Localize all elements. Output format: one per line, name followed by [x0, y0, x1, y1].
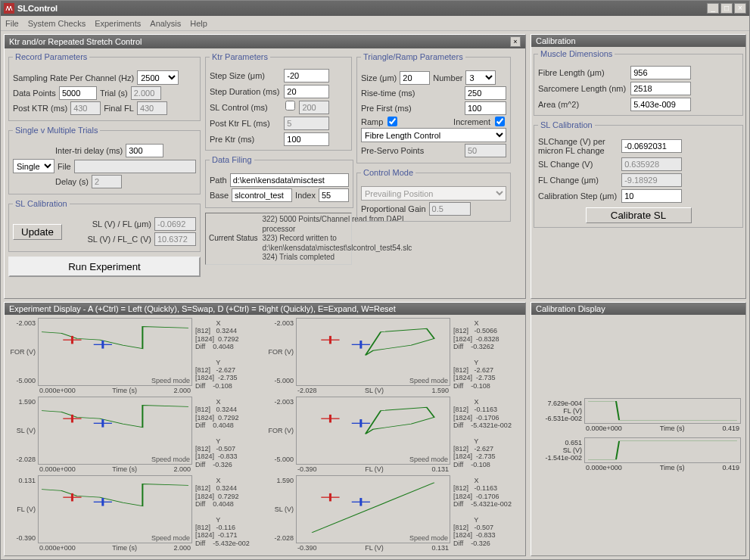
- experiment-display-header[interactable]: Experiment Display - A (+Ctrl) = Left (Q…: [5, 303, 525, 315]
- menubar: File System Checks Experiments Analysis …: [1, 16, 749, 31]
- step-duration[interactable]: [284, 85, 329, 98]
- control-mode-select: Prevailing Position: [361, 186, 506, 201]
- ktr-panel-header[interactable]: Ktr and/or Repeated Stretch Control ×: [5, 35, 525, 48]
- plot-cell[interactable]: -2.003FOR (V)-5.000 Speed mode 0.000e+00…: [8, 318, 264, 395]
- single-multiple-group: Single v Multiple Trials Inter-tri delay…: [8, 126, 201, 194]
- update-button[interactable]: Update: [13, 224, 62, 240]
- tri-size[interactable]: [400, 71, 430, 85]
- plot-cell[interactable]: -2.003FOR (V)-5.000 Speed mode -0.390FL …: [266, 397, 522, 474]
- fibre-length[interactable]: [630, 66, 691, 79]
- data-points-input[interactable]: [59, 86, 97, 100]
- plot-cell[interactable]: 1.590SL (V)-2.028 Speed mode -0.390FL (V…: [266, 475, 522, 552]
- svg-rect-0: [4, 3, 14, 14]
- ktr-control-panel: Ktr and/or Repeated Stretch Control × Re…: [4, 34, 526, 299]
- calibration-title: Calibration: [536, 36, 576, 45]
- base-input[interactable]: [232, 188, 292, 202]
- data-filing-group: Data Filing Path Base Index: [205, 155, 353, 208]
- calibration-display-title: Calibration Display: [536, 304, 605, 313]
- calibration-plots: 7.629e-004FL (V)-6.531e-002 0.000e+000Ti…: [531, 315, 745, 555]
- experiment-display-panel: Experiment Display - A (+Ctrl) = Left (Q…: [4, 302, 526, 556]
- sl-control-check[interactable]: [285, 101, 295, 110]
- rise-time[interactable]: [465, 86, 506, 100]
- calibration-panel: Calibration Muscle Dimensions Fibre Leng…: [531, 34, 746, 299]
- sl-calibration-group: SL Calibration SLChange (V) per micron F…: [534, 120, 743, 228]
- panel-close-icon[interactable]: ×: [510, 36, 521, 47]
- app-icon: [4, 3, 14, 14]
- file-input: [74, 160, 196, 173]
- control-mode-group: Control Mode Prevailing Position Proport…: [356, 168, 511, 222]
- calibration-header[interactable]: Calibration: [531, 35, 745, 47]
- index-input[interactable]: [319, 188, 349, 202]
- delay-input: [92, 175, 122, 188]
- slchange-per-micron[interactable]: [621, 139, 682, 153]
- area[interactable]: [630, 98, 691, 111]
- final-fl: [137, 101, 167, 115]
- experiment-display-title: Experiment Display - A (+Ctrl) = Left (Q…: [9, 304, 396, 313]
- pre-ktr[interactable]: [284, 132, 329, 146]
- increment-check[interactable]: [495, 117, 505, 126]
- ramp-check[interactable]: [387, 117, 397, 126]
- calibration-display-panel: Calibration Display 7.629e-004FL (V)-6.5…: [531, 302, 746, 556]
- plot-cell[interactable]: 1.590SL (V)-2.028 Speed mode 0.000e+000T…: [8, 397, 264, 474]
- calibrate-sl-button[interactable]: Calibrate SL: [586, 207, 692, 223]
- sl-calibration-small-group: SL Calibration Update SL (V) / FL (μm) S…: [8, 199, 201, 252]
- calib-plot[interactable]: 7.629e-004FL (V)-6.531e-002 0.000e+000Ti…: [536, 398, 741, 433]
- inter-trial-delay[interactable]: [126, 144, 163, 157]
- plot-cell[interactable]: 0.131FL (V)-0.390 Speed mode 0.000e+000T…: [8, 475, 264, 552]
- muscle-dimensions-group: Muscle Dimensions Fibre Length (μm) Sarc…: [534, 49, 743, 116]
- ktr-parameters-group: Ktr Parameters Step Size (μm) Step Durat…: [205, 52, 352, 151]
- maximize-button[interactable]: □: [720, 3, 733, 14]
- current-status-label: Current Status: [209, 234, 257, 244]
- sl-fl-ratio: [154, 217, 196, 231]
- plot-cell[interactable]: -2.003FOR (V)-5.000 Speed mode -2.028SL …: [266, 318, 522, 395]
- menu-system-checks[interactable]: System Checks: [28, 19, 86, 28]
- trial-seconds: [131, 86, 161, 100]
- triangle-ramp-group: Triangle/Ramp Parameters Size (μm) Numbe…: [356, 52, 511, 163]
- sl-change-v: [621, 157, 682, 171]
- calibration-display-header[interactable]: Calibration Display: [531, 303, 745, 315]
- plot-grid: -2.003FOR (V)-5.000 Speed mode 0.000e+00…: [5, 315, 525, 555]
- close-button[interactable]: ×: [734, 3, 746, 14]
- pre-servo-points: [465, 144, 506, 157]
- sl-flc-ratio: [154, 232, 196, 246]
- app-title: SLControl: [17, 4, 705, 13]
- app-window: SLControl _ □ × File System Checks Exper…: [0, 0, 750, 560]
- minimize-button[interactable]: _: [707, 3, 719, 14]
- calib-plot[interactable]: 0.651SL (V)-1.541e-002 0.000e+000Time (s…: [536, 437, 741, 472]
- calibration-step[interactable]: [621, 189, 682, 203]
- menu-experiments[interactable]: Experiments: [95, 19, 141, 28]
- proportional-gain: [429, 202, 471, 216]
- sarcomere-length[interactable]: [630, 82, 691, 95]
- path-input[interactable]: [230, 173, 349, 187]
- post-ktr-fl: [284, 117, 329, 130]
- record-parameters-group: Record Parameters Sampling Rate Per Chan…: [8, 52, 201, 121]
- pre-first[interactable]: [465, 101, 506, 115]
- fl-change-um: [621, 173, 682, 187]
- run-experiment-button[interactable]: Run Experiment: [8, 257, 201, 277]
- step-size[interactable]: [284, 69, 329, 82]
- menu-file[interactable]: File: [5, 19, 19, 28]
- menu-help[interactable]: Help: [190, 19, 207, 28]
- sampling-rate-select[interactable]: 2500: [137, 70, 179, 85]
- tri-number-select[interactable]: 3: [465, 70, 496, 85]
- menu-analysis[interactable]: Analysis: [150, 19, 181, 28]
- sl-control-ms: [299, 101, 329, 114]
- post-ktr: [70, 101, 101, 115]
- length-control-select[interactable]: Fibre Length Control: [361, 128, 506, 142]
- ktr-panel-title: Ktr and/or Repeated Stretch Control: [9, 37, 142, 46]
- titlebar[interactable]: SLControl _ □ ×: [1, 1, 749, 16]
- trial-mode-select[interactable]: Single: [13, 159, 54, 173]
